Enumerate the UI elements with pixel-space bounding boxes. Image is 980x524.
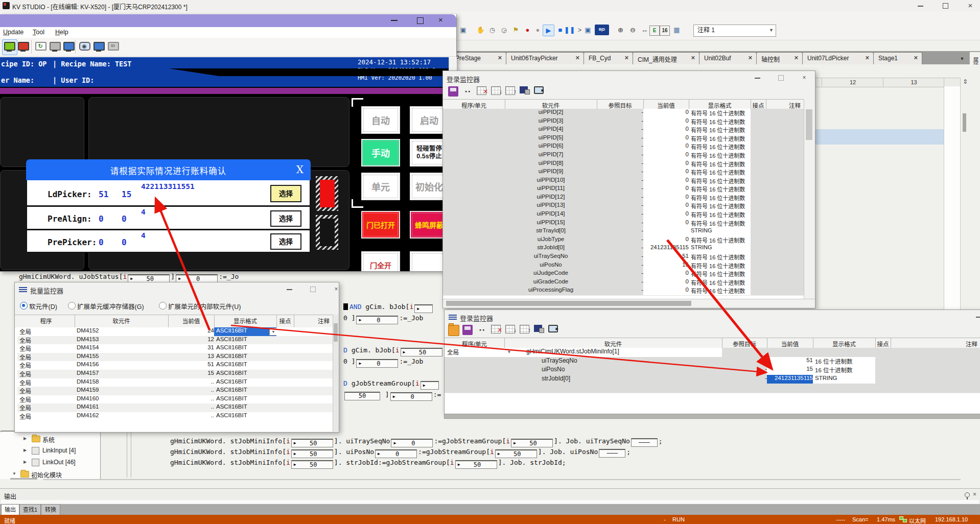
select-button[interactable]: 选择 [270, 210, 301, 227]
monitor-row[interactable]: strJobId[0]-241231135115STRING [445, 375, 980, 384]
tab-Stage1[interactable]: Stage1✕ [873, 52, 922, 64]
batch-row[interactable]: 全局DM415224ASCII16BIT▼ [15, 327, 333, 336]
batch-row[interactable]: 全局DM4159..ASCII16BIT [15, 387, 333, 395]
monitor-value-box[interactable]: ▶50 [291, 449, 333, 458]
tab-close-icon[interactable]: ✕ [624, 55, 629, 61]
ladder-vertical-scrollbar[interactable] [963, 113, 966, 132]
tab-close-icon[interactable]: ✕ [575, 55, 580, 61]
monitor-row[interactable]: strJobId[0]-241231135115STRING [443, 244, 804, 253]
monitor-row[interactable]: uiPosNo-15有符号 16 位十进制数 [443, 261, 804, 270]
tab-close-icon[interactable]: ✕ [691, 55, 695, 61]
monitor-row[interactable]: uiPPID[5]-0有符号 16 位十进制数 [443, 134, 804, 143]
m2-minimize-button[interactable] [971, 314, 980, 321]
tab-轴控制[interactable]: 轴控制✕ [756, 52, 803, 64]
batch-row[interactable]: 全局DM415651ASCII16BIT [15, 361, 333, 370]
batch-row[interactable]: 全局DM415431ASCII16BIT [15, 344, 333, 353]
play-icon[interactable]: ▶ [543, 25, 554, 36]
m2-titlebar[interactable]: 登录监控器 [445, 310, 980, 323]
monitor-row[interactable]: uiPPID[7]-0有符号 16 位十进制数 [443, 151, 804, 160]
hex16-icon[interactable]: 16 [660, 26, 670, 36]
monitor-value-box[interactable]: ▶ [421, 381, 439, 390]
append-row-icon[interactable]: ↑ [505, 86, 515, 95]
system-setting-icon[interactable] [92, 40, 105, 53]
m1-titlebar[interactable]: 登录监控器 × [443, 71, 815, 84]
monitor-row[interactable]: uiGradeCode-0有符号 16 位十进制数 [443, 278, 804, 287]
bm-minimize-button[interactable] [282, 286, 297, 294]
pause-icon[interactable]: ❚❚ [564, 25, 575, 35]
tab-FB_Cyd[interactable]: FB_Cyd✕ [584, 52, 633, 64]
hmi-door-open-button[interactable]: 门已打开 [361, 211, 400, 239]
bd-badge-icon[interactable]: B|D [595, 25, 609, 35]
dialog-close-button[interactable]: X [296, 163, 304, 176]
output-tab-convert[interactable]: 转换 [41, 504, 60, 516]
main-restore-button[interactable] [937, 0, 954, 11]
dialog-header[interactable]: 请根据实际情况进行账料确认 X [26, 159, 311, 180]
monitor-row[interactable]: uiJudgeCode-0有符号 16 位十进制数 [443, 270, 804, 278]
main-minimize-button[interactable] [912, 0, 929, 11]
monitor-row[interactable]: uiPPID[6]-0有符号 16 位十进制数 [443, 142, 804, 151]
pin-icon[interactable] [965, 492, 970, 497]
simulator-icon[interactable]: ▣ [582, 25, 593, 35]
bm-close-button[interactable]: × [329, 286, 344, 294]
alarm-lamp-red[interactable] [320, 180, 335, 207]
output-tab-output[interactable]: 输出 [1, 504, 19, 516]
select-button[interactable]: 选择 [270, 185, 301, 202]
editor-monitor-icon[interactable]: ▣ [458, 25, 469, 35]
batch-row[interactable]: 全局DM415312ASCII16BIT [15, 336, 333, 345]
fit-width-icon[interactable]: ↔ [639, 25, 650, 35]
monitor-row[interactable]: uiPPID[13]-0有符号 16 位十进制数 [443, 202, 804, 210]
batch-row[interactable]: 全局DM4158..ASCII16BIT [15, 378, 333, 387]
monitor-red-icon[interactable] [17, 40, 29, 53]
ladder-selected-row[interactable] [814, 129, 944, 145]
monitor-row[interactable]: uiTraySeqNo-5116 位十进制数 [445, 357, 980, 366]
tab-Unit06TrayPicker[interactable]: Unit06TrayPicker✕ [506, 52, 584, 64]
id-card-icon[interactable]: ID [107, 40, 119, 53]
hmi-manual-button[interactable]: 手动 [361, 139, 400, 166]
vt-maximize-button[interactable] [417, 17, 424, 24]
device-icon[interactable]: E [649, 26, 660, 36]
monitor-value-box[interactable]: ▶0 [391, 439, 433, 447]
monitor-row[interactable]: uiPPID[4]-0有符号 16 位十进制数 [443, 126, 804, 134]
monitor-value-box[interactable]: ——— [631, 438, 658, 447]
monitor-row[interactable]: uiProcessingFlag-0有符号 16 位十进制数 [443, 287, 804, 295]
script-horizontal-scrollbar[interactable] [43, 479, 961, 480]
splitter-icon[interactable]: ⇕ [961, 78, 969, 86]
monitor-row[interactable]: uiPPID[9]-0有符号 16 位十进制数 [443, 168, 804, 177]
monitor-value-box[interactable]: ▶50 [511, 439, 553, 447]
tab-Unit07LdPicker[interactable]: Unit07LdPicker✕ [802, 52, 874, 64]
monitor-row[interactable]: 全局▼gHmiCimUKWord.stJobMiniInfo[1] [445, 348, 980, 357]
tree-expand-icon[interactable]: ▼ [12, 471, 16, 476]
monitor-value-box[interactable]: ▶0 [390, 392, 432, 401]
tab-close-icon[interactable]: ✕ [794, 55, 799, 61]
monitor-value-box[interactable]: ▶50 [291, 439, 333, 447]
sidebar-item-LinkInput [4][interactable]: ▶LinkInput [4] [0, 446, 97, 456]
m1-hscrollbar[interactable] [443, 299, 815, 308]
bm-maximize-button[interactable] [305, 286, 320, 294]
stopwatch2-icon[interactable]: ◶ [499, 25, 509, 35]
tab-PreStage[interactable]: PreStage✕ [450, 52, 506, 64]
save-icon[interactable] [448, 86, 458, 97]
batch-row[interactable]: 全局DM4162..ASCII16BIT [15, 412, 333, 421]
hmi-unit-button[interactable]: 单元 [361, 173, 400, 200]
watch-flag-icon[interactable]: ⚑ [510, 25, 521, 35]
tree-expand-icon[interactable]: ▶ [24, 436, 27, 441]
vt-close-button[interactable]: × [438, 15, 443, 24]
append-row-icon[interactable]: ↑ [520, 325, 529, 334]
monitor-value-box[interactable]: ▶50 [455, 460, 497, 469]
register-view-icon[interactable]: ▦ [671, 25, 682, 35]
monitor-row[interactable]: uiPPID[15]-0有符号 16 位十进制数 [443, 219, 804, 228]
monitor-value-box[interactable]: ——— [599, 449, 625, 458]
main-close-button[interactable]: × [962, 0, 979, 11]
monitor-row[interactable]: strTrayId[0]-STRING [443, 227, 804, 236]
monitor-value-box[interactable]: ▶0 [375, 449, 417, 458]
menu-update[interactable]: Update [3, 29, 24, 36]
monitor-green-icon[interactable] [3, 40, 15, 53]
batch-row[interactable]: 全局DM415513ASCII16BIT [15, 353, 333, 362]
find-icon[interactable] [462, 86, 473, 97]
monitor-value-box[interactable]: ▶50 [495, 449, 537, 458]
m1-vscrollbar[interactable] [804, 99, 814, 299]
monitor-row[interactable]: uiJobType-0有符号 16 位十进制数 [443, 236, 804, 245]
tab-close-icon[interactable]: ✕ [914, 55, 918, 61]
hmi-auto-button[interactable]: 自动 [361, 106, 400, 134]
monitor-value-box[interactable]: ▶50 [401, 348, 442, 356]
